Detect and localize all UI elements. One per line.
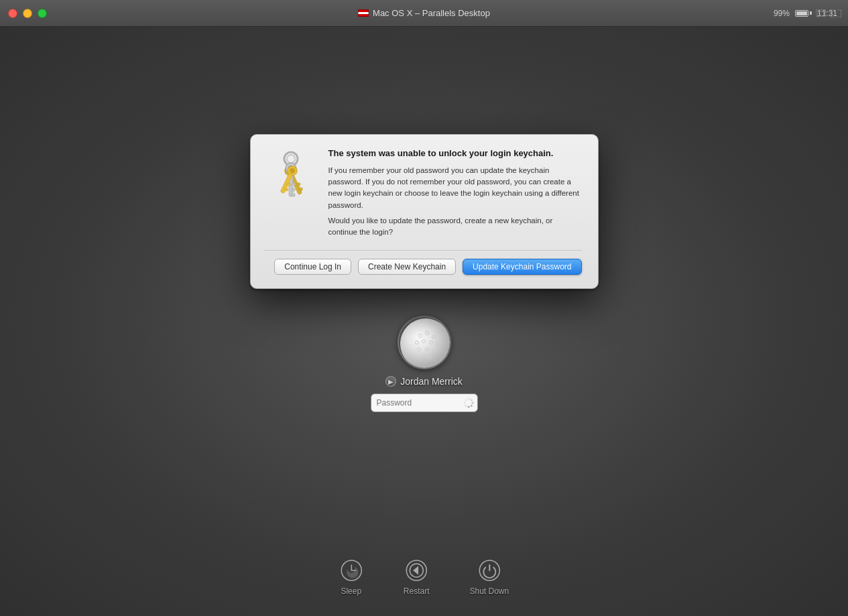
maximize-button[interactable] — [38, 9, 47, 18]
svg-marker-44 — [414, 567, 418, 574]
username: Jordan Merrick — [400, 376, 463, 387]
restore-icon — [816, 9, 827, 17]
shutdown-label: Shut Down — [469, 587, 509, 596]
svg-point-40 — [465, 399, 467, 402]
titlebar-title: Mac OS X – Parallels Desktop — [358, 8, 490, 18]
svg-point-39 — [463, 402, 465, 404]
user-avatar[interactable] — [398, 316, 451, 369]
title-text: Mac OS X – Parallels Desktop — [373, 8, 490, 18]
sleep-icon — [339, 558, 363, 582]
close-button[interactable] — [8, 9, 17, 18]
shutdown-icon — [477, 558, 501, 582]
dialog-question: Would you like to update the password, c… — [328, 215, 582, 239]
minimize-button[interactable] — [23, 9, 32, 18]
restart-button[interactable]: Restart — [404, 558, 430, 596]
golf-ball-icon — [399, 317, 451, 369]
continue-login-button[interactable]: Continue Log In — [274, 259, 351, 275]
dialog-buttons: Continue Log In Create New Keychain Upda… — [264, 250, 582, 275]
keychain-dialog: The system was unable to unlock your log… — [250, 134, 599, 289]
battery-percentage: 99% — [774, 9, 790, 18]
keys-icon — [267, 151, 315, 218]
svg-point-37 — [467, 406, 469, 408]
svg-point-3 — [287, 155, 295, 163]
flag-icon — [358, 9, 369, 17]
user-section: ▶ Jordan Merrick — [371, 316, 478, 412]
svg-rect-14 — [292, 194, 295, 196]
svg-point-33 — [467, 398, 469, 400]
update-keychain-button[interactable]: Update Keychain Password — [463, 259, 581, 275]
dialog-icon — [264, 148, 318, 238]
user-arrow-icon: ▶ — [385, 376, 396, 387]
sleep-label: Sleep — [341, 587, 361, 596]
svg-rect-13 — [292, 188, 295, 191]
restart-icon — [404, 558, 428, 582]
svg-point-38 — [465, 405, 467, 407]
window-controls — [816, 9, 841, 17]
password-input[interactable] — [371, 393, 478, 412]
user-name-row: ▶ Jordan Merrick — [385, 376, 463, 387]
dialog-title: The system was unable to unlock your log… — [328, 148, 582, 160]
svg-rect-0 — [816, 9, 825, 16]
battery-icon — [795, 10, 812, 17]
svg-point-34 — [470, 399, 472, 402]
main-area: The system was unable to unlock your log… — [0, 27, 848, 616]
svg-rect-12 — [292, 183, 295, 186]
shutdown-button[interactable]: Shut Down — [469, 558, 509, 596]
dialog-content: The system was unable to unlock your log… — [328, 148, 582, 238]
dialog-body: If you remember your old password you ca… — [328, 165, 582, 211]
svg-point-35 — [471, 402, 473, 404]
password-field-wrapper — [371, 393, 478, 412]
titlebar: Mac OS X – Parallels Desktop 99% 11:31 — [0, 0, 848, 27]
restart-label: Restart — [404, 587, 430, 596]
password-spinner — [463, 397, 474, 408]
svg-point-36 — [470, 405, 472, 407]
bottom-controls: Sleep Restart Shut Down — [339, 558, 509, 596]
sleep-button[interactable]: Sleep — [339, 558, 363, 596]
fullscreen-icon — [831, 9, 841, 17]
create-keychain-button[interactable]: Create New Keychain — [358, 259, 456, 275]
titlebar-buttons — [8, 9, 47, 18]
svg-point-20 — [400, 318, 451, 369]
